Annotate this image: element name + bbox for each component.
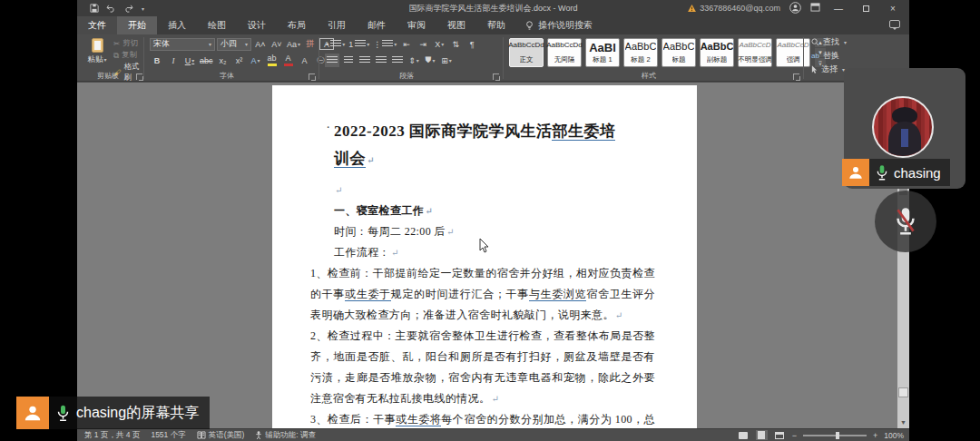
- zoom-level[interactable]: 100%: [884, 431, 904, 440]
- avatar-strap: [901, 129, 908, 147]
- tab-layout[interactable]: 布局: [277, 16, 317, 34]
- participant-video-tile[interactable]: chasing: [844, 68, 965, 189]
- clipboard-dialog-launcher[interactable]: [136, 74, 142, 80]
- lightbulb-icon: [525, 21, 534, 31]
- tab-mailings[interactable]: 邮件: [357, 16, 397, 34]
- multilevel-list-icon[interactable]: ⋮▾: [372, 37, 397, 51]
- tab-file[interactable]: 文件: [77, 16, 117, 34]
- decrease-indent-icon[interactable]: ⇤: [399, 37, 414, 51]
- shading-icon[interactable]: ⛊▾: [423, 54, 437, 67]
- tab-draw[interactable]: 绘图: [197, 16, 237, 34]
- qat-customize-icon[interactable]: ▾: [142, 5, 144, 12]
- align-right-icon[interactable]: [358, 54, 372, 67]
- maximize-button[interactable]: [857, 0, 875, 16]
- font-dialog-launcher[interactable]: [309, 74, 315, 80]
- style-heading1[interactable]: AaBl 标题 1: [585, 38, 620, 67]
- shrink-font-icon[interactable]: A˅: [270, 37, 284, 51]
- paragraph-dialog-launcher[interactable]: [493, 74, 499, 80]
- accessibility-status[interactable]: 辅助功能: 调查: [255, 430, 316, 441]
- italic-button[interactable]: I: [166, 54, 181, 67]
- search-icon: [811, 38, 819, 46]
- tab-home[interactable]: 开始: [117, 16, 157, 34]
- font-name-combo[interactable]: 宋体▾: [150, 38, 215, 51]
- paragraph-group-label: 段落: [321, 71, 492, 81]
- subscript-button[interactable]: x₂: [216, 54, 230, 67]
- section-heading: 一、寝室检查工作↵: [334, 201, 655, 221]
- tab-references[interactable]: 引用: [317, 16, 357, 34]
- status-bar: 第 1 页，共 4 页 1551 个字 英语(美国) 辅助功能: 调查 − +: [77, 428, 909, 441]
- page-indicator[interactable]: 第 1 页，共 4 页: [84, 430, 140, 441]
- replace-button[interactable]: ab 替换: [811, 50, 847, 62]
- distribute-icon[interactable]: [390, 54, 405, 67]
- scroll-down-icon[interactable]: ▼: [897, 416, 909, 428]
- read-mode-icon[interactable]: [738, 430, 750, 440]
- numbering-icon[interactable]: 1▾: [348, 37, 370, 51]
- style-title[interactable]: AaBbC 标题: [662, 38, 696, 67]
- superscript-button[interactable]: x²: [232, 54, 247, 67]
- bold-button[interactable]: B: [150, 54, 164, 67]
- text-effects-icon[interactable]: A▾: [249, 54, 263, 67]
- underline-button[interactable]: U▾: [182, 54, 197, 67]
- minimize-button[interactable]: —: [829, 0, 848, 16]
- increase-indent-icon[interactable]: ⇥: [416, 37, 430, 51]
- tab-insert[interactable]: 插入: [157, 16, 197, 34]
- style-no-spacing[interactable]: AaBbCcDd 无间隔: [547, 38, 582, 67]
- zoom-slider[interactable]: [803, 435, 867, 436]
- strikethrough-button[interactable]: abc: [199, 54, 214, 67]
- style-subtitle[interactable]: AaBbC 副标题: [700, 38, 734, 67]
- paragraph-1: 1、检查前：干部提前给定一定数量的宿舍并分好组，相对应负责检查的干事或生委于规定…: [310, 263, 655, 326]
- zoom-out-icon[interactable]: −: [792, 431, 797, 440]
- quick-access-toolbar: ▾: [77, 4, 186, 13]
- style-heading2[interactable]: AaBbC 标题 2: [623, 38, 658, 67]
- undo-icon[interactable]: [106, 4, 116, 13]
- proofing-status[interactable]: 英语(美国): [197, 430, 245, 441]
- tell-me-search[interactable]: 操作说明搜索: [516, 16, 602, 34]
- tab-help[interactable]: 帮助: [476, 16, 516, 34]
- tab-review[interactable]: 审阅: [397, 16, 436, 34]
- line-spacing-icon[interactable]: ⇕▾: [407, 54, 421, 67]
- font-size-combo[interactable]: 小四▾: [217, 38, 251, 51]
- font-group-label: 字体: [146, 71, 308, 81]
- find-button[interactable]: 查找▾: [811, 36, 847, 48]
- cut-button[interactable]: ✂剪切: [113, 38, 138, 49]
- redo-icon[interactable]: [123, 4, 133, 13]
- save-icon[interactable]: [90, 4, 99, 13]
- phonetic-guide-icon[interactable]: 拼: [303, 37, 318, 51]
- ribbon-home: 粘贴▾ ✂剪切 ⧉复制 🖌格式刷 剪贴板 宋体▾ 小四▾ A˄ A˅ Aa▾ 拼: [77, 34, 909, 82]
- style-normal[interactable]: AaBbCcDd 正文: [509, 38, 544, 67]
- mute-toggle-button[interactable]: [875, 191, 936, 252]
- zoom-slider-thumb[interactable]: [836, 432, 839, 439]
- align-left-icon[interactable]: [325, 54, 339, 67]
- comments-icon[interactable]: [889, 20, 900, 28]
- grow-font-icon[interactable]: A˄: [253, 37, 268, 51]
- justify-icon[interactable]: [374, 54, 388, 67]
- font-color-icon[interactable]: A: [281, 54, 296, 67]
- highlight-color-icon[interactable]: ab: [265, 54, 279, 67]
- paste-button[interactable]: 粘贴▾: [84, 37, 110, 72]
- document-page[interactable]: · 2022-2023 国际商学院学风生活部生委培 训会↵ ↵ 一、寝室检查工作…: [272, 85, 697, 428]
- scroll-nav-box[interactable]: [898, 387, 908, 397]
- show-marks-icon[interactable]: ¶: [465, 37, 479, 51]
- participant-role-badge: [842, 159, 869, 186]
- close-button[interactable]: ×: [884, 0, 902, 16]
- change-case-icon[interactable]: Aa▾: [286, 37, 301, 51]
- asian-layout-icon[interactable]: X▾: [432, 37, 446, 51]
- web-layout-icon[interactable]: [774, 430, 786, 440]
- tab-design[interactable]: 设计: [237, 16, 277, 34]
- character-shading-icon[interactable]: A: [298, 54, 312, 67]
- account-avatar-icon[interactable]: [789, 2, 801, 15]
- align-center-icon[interactable]: [341, 54, 356, 67]
- word-count[interactable]: 1551 个字: [151, 430, 185, 441]
- style-subtle-emphasis[interactable]: AaBbCcD 不明显强调: [738, 38, 772, 67]
- zoom-in-icon[interactable]: +: [873, 431, 877, 440]
- account-email[interactable]: 3367886460@qq.com: [688, 4, 780, 13]
- bullets-icon[interactable]: •▾: [325, 37, 346, 51]
- styles-dialog-launcher[interactable]: [793, 74, 799, 80]
- tab-view[interactable]: 视图: [436, 16, 476, 34]
- copy-button[interactable]: ⧉复制: [113, 50, 137, 61]
- ribbon-display-options-icon[interactable]: [810, 3, 820, 14]
- borders-icon[interactable]: ⊞▾: [439, 54, 454, 67]
- share-role-badge: [16, 397, 49, 429]
- sort-icon[interactable]: ⇅: [448, 37, 463, 51]
- print-layout-icon[interactable]: [756, 430, 768, 440]
